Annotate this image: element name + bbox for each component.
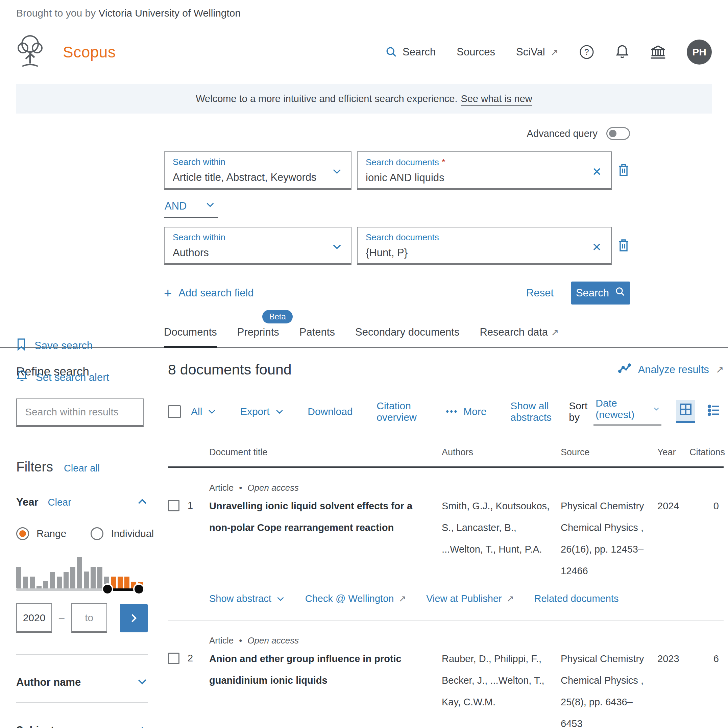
document-meta: Article • Open access [209, 468, 719, 493]
search-within-select-1[interactable]: Search within Article title, Abstract, K… [164, 151, 352, 190]
see-what-is-new-link[interactable]: See what is new [461, 93, 532, 104]
search-submit-button[interactable]: Search [571, 281, 630, 304]
set-search-alert-button[interactable]: Set search alert [16, 370, 109, 385]
filters-header: Filters Clear all [16, 459, 148, 474]
tab-secondary-documents[interactable]: Secondary documents [355, 326, 459, 348]
tab-documents[interactable]: Documents [164, 326, 217, 348]
nav-scival[interactable]: SciVal ↗ [516, 46, 558, 58]
show-abstract-link[interactable]: Show abstract [209, 593, 285, 604]
scopus-logo-text: Scopus [63, 43, 116, 61]
chevron-down-icon[interactable] [137, 676, 148, 688]
row-index: 2 [188, 653, 193, 728]
tab-research-data[interactable]: Research data ↗ [480, 326, 559, 348]
user-avatar[interactable]: PH [687, 40, 712, 64]
search-documents-field-1[interactable]: Search documents* ionic AND liquids ✕ [357, 151, 612, 190]
search-button-label: Search [576, 287, 609, 299]
histogram-bar [84, 572, 89, 589]
range-slider-handle-left[interactable] [102, 583, 113, 595]
bell-icon [16, 370, 28, 385]
document-citations: 0 [690, 493, 719, 582]
nav-search[interactable]: Search [385, 46, 436, 58]
institution-name: Victoria University of Wellington [99, 8, 241, 18]
toggle-knob [609, 130, 616, 137]
document-title-link[interactable]: Anion and ether group influence in proti… [209, 646, 442, 728]
analyze-chart-icon [618, 362, 631, 377]
radio-individual-label: Individual [111, 528, 154, 540]
add-search-field-button[interactable]: + Add search field [164, 286, 254, 301]
set-search-alert-label: Set search alert [36, 372, 109, 384]
advanced-query-label: Advanced query [526, 128, 598, 139]
radio-range-label: Range [37, 528, 66, 540]
sidebar-divider [16, 654, 148, 655]
view-at-publisher-link[interactable]: View at Publisher ↗ [426, 593, 514, 604]
range-slider-handle-right[interactable] [133, 583, 145, 595]
chevron-down-icon [332, 166, 342, 178]
meta-separator: • [239, 635, 242, 646]
alerts-bell-button[interactable] [615, 44, 629, 60]
external-link-icon: ↗ [716, 364, 723, 375]
clear-field-icon[interactable]: ✕ [592, 240, 602, 254]
result-type-tabs: Documents Preprints Beta Patents Seconda… [0, 304, 728, 348]
open-access-label: Open access [248, 635, 299, 646]
row-checkbox[interactable] [168, 500, 179, 511]
advanced-query-toggle[interactable] [606, 127, 630, 140]
grid-view-icon[interactable] [676, 400, 695, 423]
clear-field-icon[interactable]: ✕ [592, 165, 602, 179]
delete-row-icon[interactable] [617, 238, 630, 254]
external-link-icon: ↗ [507, 593, 514, 604]
institution-button[interactable] [650, 44, 666, 60]
chevron-up-icon[interactable] [137, 496, 148, 508]
query-value: ionic AND liquids [366, 172, 603, 184]
year-facet-header: Year Clear [16, 496, 148, 508]
export-dropdown[interactable]: Export [240, 406, 284, 418]
download-button[interactable]: Download [307, 406, 353, 418]
row-index: 1 [188, 500, 193, 582]
delete-row-icon[interactable] [617, 163, 630, 179]
search-within-select-2[interactable]: Search within Authors [164, 227, 352, 265]
row-select: 1 [168, 493, 209, 582]
analyze-results-link[interactable]: Analyze results ↗ [618, 362, 724, 377]
elsevier-tree-logo [16, 34, 44, 70]
chevron-down-icon [276, 595, 285, 603]
tab-preprints[interactable]: Preprints Beta [237, 326, 279, 348]
query-value: {Hunt, P} [366, 247, 603, 259]
subject-area-facet-title: Subject area [16, 724, 78, 728]
histogram-bar [97, 567, 102, 589]
row-checkbox[interactable] [168, 653, 179, 664]
search-within-results-input[interactable] [16, 398, 144, 427]
select-all-dropdown[interactable]: All [191, 406, 216, 418]
check-at-wellington-link[interactable]: Check @ Wellington ↗ [305, 593, 406, 604]
citation-overview-button[interactable]: Citation overview [376, 400, 422, 423]
year-clear-link[interactable]: Clear [48, 497, 71, 508]
search-documents-label: Search documents* [366, 157, 603, 168]
year-to-input[interactable] [71, 603, 107, 633]
chevron-down-icon [208, 407, 216, 416]
nav-sources[interactable]: Sources [457, 46, 495, 58]
brought-to-you-by-text: Brought to you by [16, 8, 99, 18]
help-button[interactable]: ? [579, 44, 594, 60]
list-view-icon[interactable] [705, 401, 723, 422]
reset-button[interactable]: Reset [526, 287, 554, 299]
beta-badge: Beta [262, 310, 292, 323]
document-title-link[interactable]: Unravelling ionic liquid solvent effects… [209, 493, 442, 582]
related-documents-link[interactable]: Related documents [534, 593, 619, 604]
clear-all-filters-link[interactable]: Clear all [64, 463, 100, 474]
apply-year-range-button[interactable] [120, 604, 148, 632]
author-name-facet-header: Author name [16, 676, 148, 688]
year-from-input[interactable] [16, 603, 52, 633]
radio-individual[interactable]: Individual [90, 527, 154, 540]
select-all-checkbox[interactable] [168, 405, 181, 418]
show-all-abstracts-button[interactable]: Show all abstracts [510, 400, 559, 423]
chevron-down-icon [653, 404, 660, 414]
external-link-icon: ↗ [398, 593, 406, 604]
boolean-operator-select[interactable]: AND [164, 200, 218, 218]
view-toggle [676, 400, 723, 423]
brand-block: Scopus [16, 34, 116, 70]
chevron-up-icon[interactable] [137, 724, 148, 728]
institution-banner: Brought to you by Victoria University of… [0, 0, 728, 19]
radio-range[interactable]: Range [16, 527, 66, 540]
search-documents-field-2[interactable]: Search documents {Hunt, P} ✕ [357, 227, 612, 265]
sort-dropdown[interactable]: Date (newest) [593, 398, 661, 425]
more-options-button[interactable]: ••• More [446, 406, 487, 418]
tab-patents[interactable]: Patents [300, 326, 335, 348]
